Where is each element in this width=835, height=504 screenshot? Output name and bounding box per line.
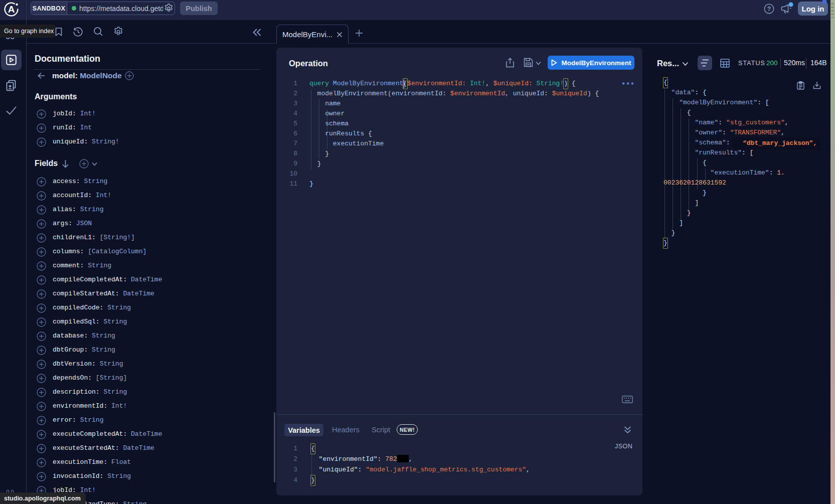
svg-text:?: ?: [767, 6, 771, 13]
svg-text:A: A: [8, 4, 15, 15]
